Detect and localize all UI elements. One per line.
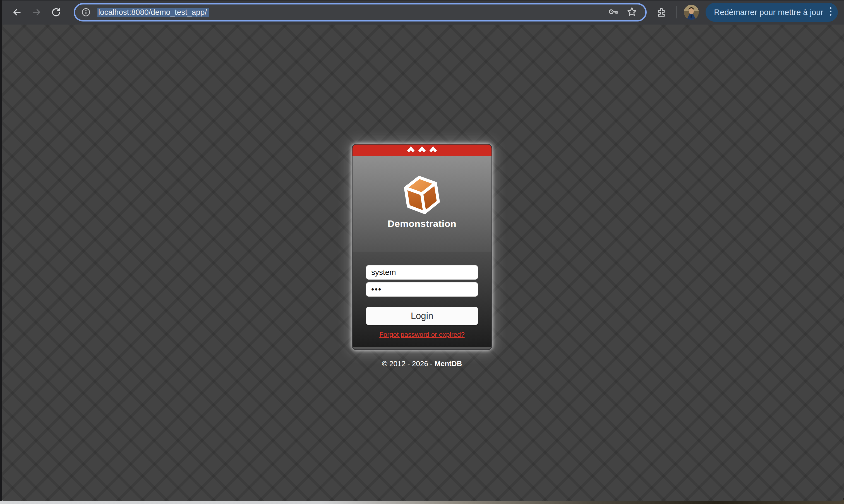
window-left-edge — [0, 0, 2, 501]
toolbar-divider — [676, 6, 677, 18]
address-bar[interactable]: localhost:8080/demo_test_app/ — [74, 3, 647, 21]
site-info-icon[interactable] — [81, 7, 91, 17]
app-title: Demonstration — [388, 218, 456, 229]
forward-icon — [31, 7, 42, 18]
restart-to-update-button[interactable]: Redémarrer pour mettre à jour — [705, 3, 838, 22]
brand-name: MentDB — [434, 359, 462, 368]
copyright-text: © 2012 - 2026 - — [382, 359, 433, 368]
card-header-bar — [353, 145, 491, 156]
page-viewport: Demonstration Login Forgot password or e… — [0, 24, 844, 501]
copyright-line: © 2012 - 2026 - MentDB — [0, 359, 844, 368]
username-input[interactable] — [366, 265, 478, 280]
login-button[interactable]: Login — [366, 307, 478, 325]
url-selected-text: localhost:8080/demo_test_app/ — [97, 8, 209, 17]
reload-button[interactable] — [49, 5, 63, 19]
url-field[interactable]: localhost:8080/demo_test_app/ — [97, 8, 608, 17]
extensions-button[interactable] — [654, 5, 668, 19]
star-icon[interactable] — [626, 6, 638, 18]
reload-icon — [51, 7, 61, 18]
card-form-section: Login Forgot password or expired? — [353, 252, 491, 347]
cube-logo-icon — [398, 171, 446, 220]
kebab-menu-icon[interactable] — [829, 5, 832, 20]
profile-avatar[interactable] — [684, 5, 699, 20]
browser-window: localhost:8080/demo_test_app/ — [0, 0, 844, 504]
card-branding-section: Demonstration — [353, 156, 491, 252]
forgot-password-link[interactable]: Forgot password or expired? — [379, 331, 464, 339]
chevron-up-icon — [429, 146, 437, 154]
omnibox-actions — [608, 6, 638, 18]
password-input[interactable] — [366, 282, 478, 296]
browser-toolbar: localhost:8080/demo_test_app/ — [0, 0, 844, 24]
chevron-up-icon — [418, 146, 426, 154]
chevron-up-icon — [407, 146, 415, 154]
card-bottom-bevel — [353, 347, 491, 349]
back-button[interactable] — [10, 5, 24, 19]
window-left-edge-highlight — [2, 0, 2, 24]
key-icon[interactable] — [608, 6, 619, 18]
extensions-icon — [656, 7, 667, 18]
back-icon — [12, 7, 22, 18]
update-button-label: Redémarrer pour mettre à jour — [714, 8, 823, 17]
login-card: Demonstration Login Forgot password or e… — [352, 144, 492, 350]
forward-button[interactable] — [30, 5, 43, 19]
